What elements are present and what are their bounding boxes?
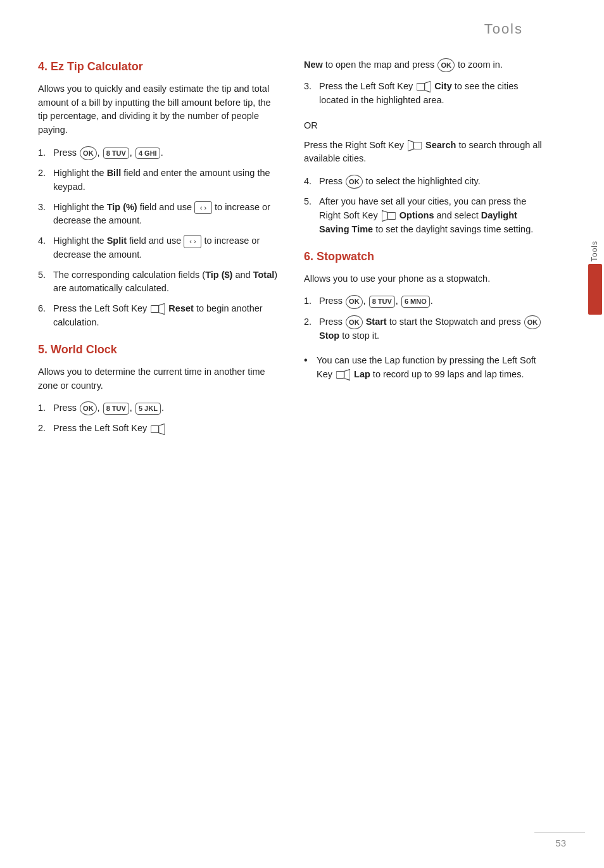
left-soft-key-icon xyxy=(151,424,165,435)
step-content: After you have set all your cities, you … xyxy=(319,195,548,236)
key-8tuv: 8 TUV xyxy=(103,403,129,414)
key-8tuv: 8 TUV xyxy=(103,148,129,159)
section4-title: 4. Ez Tip Calculator xyxy=(38,58,279,75)
section6-title: 6. Stopwatch xyxy=(304,248,548,265)
step-num: 3. xyxy=(304,80,319,94)
left-soft-key-svg xyxy=(151,303,165,315)
svg-rect-6 xyxy=(413,142,422,149)
left-soft-key-icon xyxy=(151,303,165,315)
section5-title: 5. World Clock xyxy=(38,341,279,358)
left-column: 4. Ez Tip Calculator Allows you to quick… xyxy=(38,58,279,447)
bullet-lap: You can use the Lap function by pressing… xyxy=(304,354,548,382)
step-content: Press the Left Soft Key Reset to begin a… xyxy=(53,302,279,330)
step-num: 4. xyxy=(304,175,319,189)
section5-desc: Allows you to determine the current time… xyxy=(38,365,279,393)
step-num: 1. xyxy=(38,146,53,160)
side-tab-bar xyxy=(588,264,602,315)
step-4-3: 3. Highlight the Tip (%) field and use ‹… xyxy=(38,201,279,229)
step-5-2: 2. Press the Left Soft Key xyxy=(38,422,279,436)
section6-steps: 1. Press OK, 8 TUV, 6 MNO. 2. Press OK S… xyxy=(304,294,548,343)
step-content: Press OK to select the highlighted city. xyxy=(319,175,548,189)
key-ok: OK xyxy=(346,175,363,189)
main-content: Tools 4. Ez Tip Calculator Allows you to… xyxy=(0,0,604,868)
section5-steps: 1. Press OK, 8 TUV, 5 JKL. 2. Press the … xyxy=(38,401,279,436)
nav-arrow-key: ‹ › xyxy=(194,201,212,215)
step-num: 2. xyxy=(38,422,53,436)
step-num: 2. xyxy=(38,167,53,180)
key-5jkl: 5 JKL xyxy=(135,403,161,414)
svg-marker-3 xyxy=(159,424,165,434)
left-soft-key-svg xyxy=(336,369,350,381)
step-content: Press OK, 8 TUV, 5 JKL. xyxy=(53,401,279,415)
section6-desc: Allows you to use your phone as a stopwa… xyxy=(304,272,548,286)
page: Tools 4. Ez Tip Calculator Allows you to… xyxy=(0,0,604,868)
step-content: Highlight the Tip (%) field and use ‹ › … xyxy=(53,201,279,229)
step-5-4: 4. Press OK to select the highlighted ci… xyxy=(304,175,548,189)
page-divider xyxy=(534,833,585,833)
key-ok: OK xyxy=(524,315,541,329)
step-5-3: 3. Press the Left Soft Key City to see t… xyxy=(304,80,548,108)
step-4-6: 6. Press the Left Soft Key Reset to begi… xyxy=(38,302,279,330)
key-ok: OK xyxy=(80,401,97,415)
step-num: 3. xyxy=(38,201,53,215)
step-content: Highlight the Split field and use ‹ › to… xyxy=(53,234,279,262)
section4-steps: 1. Press OK, 8 TUV, 4 GHI. 2. Highlight … xyxy=(38,146,279,330)
step-6-2: 2. Press OK Start to start the Stopwatch… xyxy=(304,315,548,343)
svg-rect-4 xyxy=(417,84,425,91)
left-soft-key-svg xyxy=(417,81,431,92)
step-6-1: 1. Press OK, 8 TUV, 6 MNO. xyxy=(304,294,548,308)
svg-rect-0 xyxy=(151,306,159,313)
nav-arrow-key: ‹ › xyxy=(184,235,201,248)
key-ok: OK xyxy=(346,315,363,329)
key-8tuv: 8 TUV xyxy=(369,296,395,307)
or-block: OR xyxy=(304,119,548,132)
bullet-text: You can use the Lap function by pressing… xyxy=(317,354,548,382)
right-column: New to open the map and press OK to zoom… xyxy=(304,58,548,447)
step-content: Press the Left Soft Key City to see the … xyxy=(319,80,548,108)
svg-marker-1 xyxy=(159,304,165,315)
right-soft-key-svg xyxy=(382,210,396,222)
svg-marker-7 xyxy=(408,140,413,151)
left-soft-key-svg xyxy=(151,424,165,435)
step-content: The corresponding calculation fields (Ti… xyxy=(53,268,279,296)
step-content: Highlight the Bill field and enter the a… xyxy=(53,167,279,194)
step-content: Press the Left Soft Key xyxy=(53,422,279,436)
section5-steps-cont2: 4. Press OK to select the highlighted ci… xyxy=(304,175,548,236)
right-soft-key-svg xyxy=(408,140,422,151)
left-soft-key-icon xyxy=(417,81,431,92)
step-5-2-cont: New to open the map and press OK to zoom… xyxy=(304,58,548,72)
right-soft-key-icon xyxy=(382,210,396,222)
key-4ghi: 4 GHI xyxy=(135,148,160,159)
step-4-4: 4. Highlight the Split field and use ‹ ›… xyxy=(38,234,279,262)
key-6mno: 6 MNO xyxy=(401,296,430,307)
left-soft-key-icon xyxy=(336,369,350,381)
step-content: Press OK, 8 TUV, 6 MNO. xyxy=(319,294,548,308)
step-5-5: 5. After you have set all your cities, y… xyxy=(304,195,548,236)
step-4-2: 2. Highlight the Bill field and enter th… xyxy=(38,167,279,194)
step-5-3-or: Press the Right Soft Key Search to searc… xyxy=(304,139,548,167)
key-ok: OK xyxy=(346,295,363,309)
step-num: 5. xyxy=(304,195,319,209)
svg-marker-5 xyxy=(425,82,431,92)
section4-desc: Allows you to quickly and easily estimat… xyxy=(38,82,279,137)
step-num: 1. xyxy=(38,401,53,415)
step-content: Press OK Start to start the Stopwatch an… xyxy=(319,315,548,343)
page-header: Tools xyxy=(38,19,548,39)
step-num: 6. xyxy=(38,302,53,316)
key-ok: OK xyxy=(80,146,97,160)
step-5-1: 1. Press OK, 8 TUV, 5 JKL. xyxy=(38,401,279,415)
page-number: 53 xyxy=(555,836,566,850)
step-4-5: 5. The corresponding calculation fields … xyxy=(38,268,279,296)
step-4-1: 1. Press OK, 8 TUV, 4 GHI. xyxy=(38,146,279,160)
section5-steps-cont: 3. Press the Left Soft Key City to see t… xyxy=(304,80,548,108)
step-num: 5. xyxy=(38,268,53,282)
section6-bullets: You can use the Lap function by pressing… xyxy=(304,354,548,382)
two-column-layout: 4. Ez Tip Calculator Allows you to quick… xyxy=(38,58,548,447)
side-tab: Tools xyxy=(586,241,604,315)
step-num: 2. xyxy=(304,315,319,329)
side-tab-label: Tools xyxy=(589,241,600,261)
key-ok: OK xyxy=(437,58,455,72)
right-soft-key-icon xyxy=(408,140,422,151)
svg-rect-2 xyxy=(151,425,159,432)
svg-rect-8 xyxy=(387,213,396,220)
